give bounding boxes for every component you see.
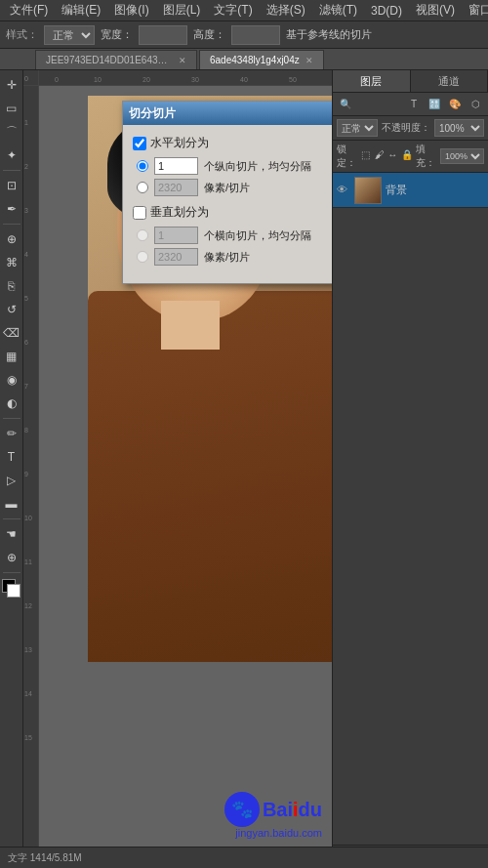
blend-mode-select[interactable]: 正常 [337,119,378,137]
shape-tool[interactable]: ▬ [1,493,22,515]
horizontal-radio1[interactable] [137,160,148,172]
menu-file[interactable]: 文件(F) [4,0,54,21]
left-toolbar: ✛ ▭ ⌒ ✦ ⊡ ✒ ⊕ ⌘ ⎘ ↺ ⌫ ▦ ◉ ◐ ✏ T ▷ ▬ ☚ ⊕ [0,70,23,868]
panel-toolbar: 🔍 T 🔠 🎨 ⬡ [333,93,488,116]
eyedropper-tool[interactable]: ✒ [1,198,22,220]
layers-search-icon[interactable]: 🔍 [337,96,354,113]
layers-color-icon[interactable]: 🎨 [446,96,464,113]
horizontal-label: 水平划分为 [150,135,209,151]
layers-smart-icon[interactable]: ⬡ [467,96,484,113]
vertical-radio-row2: 像素/切片 [133,248,332,266]
channels-tab[interactable]: 通道 [411,70,489,92]
tab-file2[interactable]: 6ade4348ly1g4xj04z ✕ [199,50,324,69]
dodge-tool[interactable]: ◐ [1,393,22,414]
baidu-watermark: 🐾 Bai i du jingyan.baidu.com [224,792,322,839]
dialog-left-section: 水平划分为 个纵向切片，均匀分隔 [133,135,332,273]
vertical-count-label: 个横向切片，均匀分隔 [204,228,311,243]
zoom-tool[interactable]: ⊕ [1,547,22,568]
right-panel: 图层 通道 🔍 T 🔠 🎨 ⬡ 正常 不透明度： 100% 锁定： ⬚ 🖌 ↔ [332,70,488,868]
healing-tool[interactable]: ⊕ [1,228,22,250]
toolbar-sep4 [3,518,20,519]
vertical-radio-row1: 个横向切片，均匀分隔 [133,227,332,244]
pen-tool[interactable]: ✏ [1,423,22,444]
vertical-checkbox[interactable] [133,206,146,220]
horizontal-section: 水平划分为 个纵向切片，均匀分隔 [133,135,332,196]
lock-all-icon[interactable]: 🔒 [401,149,413,163]
vertical-radio2[interactable] [137,251,148,263]
hand-tool[interactable]: ☚ [1,523,22,545]
text-tool[interactable]: T [1,446,22,468]
panel-tabs: 图层 通道 [333,70,488,93]
crop-tool[interactable]: ⊡ [1,175,22,196]
tab-close-2[interactable]: ✕ [305,56,313,65]
vertical-radio1[interactable] [137,229,148,241]
history-brush-tool[interactable]: ↺ [1,299,22,320]
toolbar-sep1 [3,170,20,171]
width-label: 宽度： [101,27,133,42]
layer-thumbnail [354,177,382,204]
height-label: 高度： [193,27,225,42]
horizontal-radio2[interactable] [137,182,148,193]
layers-kind-icon[interactable]: T [405,96,423,113]
baidu-logo: 🐾 Bai i du [224,792,322,827]
style-label: 样式： [6,27,38,42]
baidu-brand-text: Bai i du [263,799,322,821]
layer-item[interactable]: 👁 背景 [333,173,488,208]
dialog-title: 切分切片 [129,105,176,122]
toolbar-sep5 [3,572,20,573]
path-select-tool[interactable]: ▷ [1,470,22,491]
tab-file1[interactable]: JEE9743ED14DD01E643687C7420.png ✕ [35,50,197,69]
menu-bar: 文件(F) 编辑(E) 图像(I) 图层(L) 文字(T) 选择(S) 滤镜(T… [0,0,488,21]
status-info: 文字 1414/5.81M [8,851,82,865]
menu-window[interactable]: 窗口(W) [463,0,488,21]
opacity-select[interactable]: 100% [434,119,484,137]
magic-wand-tool[interactable]: ✦ [1,145,22,166]
menu-filter[interactable]: 滤镜(T) [313,0,363,21]
eraser-tool[interactable]: ⌫ [1,322,22,344]
menu-edit[interactable]: 编辑(E) [56,0,106,21]
width-input[interactable] [139,25,187,45]
brush-tool[interactable]: ⌘ [1,252,22,273]
vertical-pixels-input[interactable] [154,248,198,266]
clone-tool[interactable]: ⎘ [1,275,22,297]
menu-view[interactable]: 视图(V) [410,0,461,21]
layer-visibility-icon[interactable]: 👁 [337,184,350,197]
lock-image-icon[interactable]: 🖌 [375,149,385,163]
menu-3d[interactable]: 3D(D) [365,2,408,20]
lock-position-icon[interactable]: ↔ [387,149,397,163]
marquee-tool[interactable]: ▭ [1,98,22,119]
lock-transparent-icon[interactable]: ⬚ [361,149,371,163]
tabs-row: JEE9743ED14DD01E643687C7420.png ✕ 6ade43… [0,49,488,70]
toolbar-sep2 [3,224,20,225]
horizontal-ruler: 0 10 20 30 40 50 60 [23,70,332,86]
menu-image[interactable]: 图像(I) [108,0,154,21]
move-tool[interactable]: ✛ [1,74,22,96]
menu-layer[interactable]: 图层(L) [157,0,207,21]
ref-label: 基于参考线的切片 [286,27,372,42]
layers-effect-icon[interactable]: 🔠 [426,96,443,113]
blur-tool[interactable]: ◉ [1,369,22,391]
lock-row: 锁定： ⬚ 🖌 ↔ 🔒 填充： 100% [333,141,488,173]
canvas-with-rulers: 0 10 20 30 40 50 60 0 1 2 3 4 5 6 7 8 [23,70,332,868]
gradient-tool[interactable]: ▦ [1,346,22,367]
height-input[interactable] [231,25,280,45]
layers-tab[interactable]: 图层 [333,70,411,92]
style-select[interactable]: 正常 [44,25,95,45]
horizontal-pixels-input[interactable] [154,179,198,196]
baidu-paw-icon: 🐾 [224,792,260,827]
vertical-count-input[interactable] [154,227,198,244]
horizontal-radio-row2: 像素/切片 [133,179,332,196]
horizontal-checkbox[interactable] [133,137,146,150]
horizontal-count-input[interactable] [154,157,198,175]
main-layout: ✛ ▭ ⌒ ✦ ⊡ ✒ ⊕ ⌘ ⎘ ↺ ⌫ ▦ ◉ ◐ ✏ T ▷ ▬ ☚ ⊕ [0,70,488,868]
foreground-color[interactable] [2,579,21,599]
fill-select[interactable]: 100% [440,148,484,164]
menu-text[interactable]: 文字(T) [208,0,258,21]
slice-dialog[interactable]: 切分切片 ✕ 水平划分为 [122,101,332,284]
tab-close-1[interactable]: ✕ [179,56,186,65]
photo-neck [161,301,220,350]
menu-select[interactable]: 选择(S) [261,0,311,21]
vertical-section: 垂直划分为 个横向切片，均匀分隔 [133,204,332,266]
lasso-tool[interactable]: ⌒ [1,121,22,143]
dialog-title-bar: 切分切片 ✕ [123,102,332,125]
